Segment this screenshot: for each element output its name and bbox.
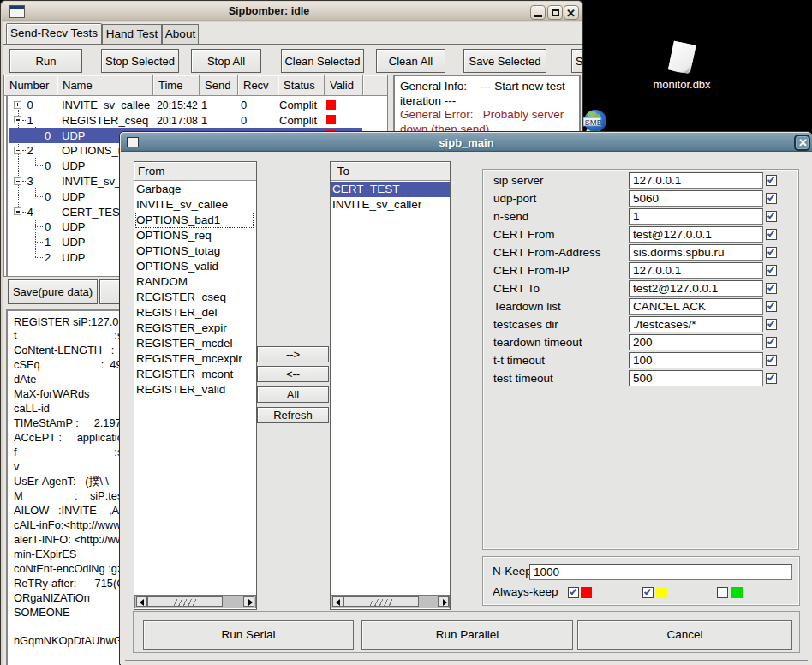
svg-text:SMB: SMB [585,117,603,127]
